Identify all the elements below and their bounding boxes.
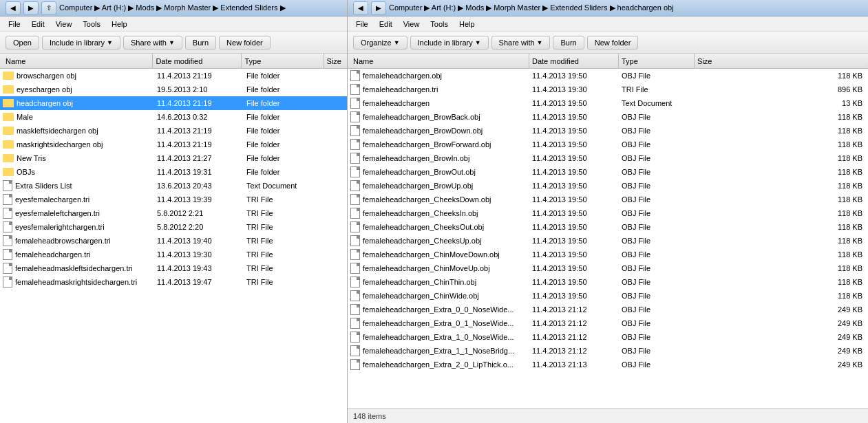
left-file-row[interactable]: femaleheadbrowschargen.tri 11.4.2013 19:…: [0, 234, 347, 248]
right-file-row[interactable]: femaleheadchargen_Extra_1_1_NoseBridg...…: [348, 344, 868, 358]
right-file-row[interactable]: femaleheadchargen_CheeksUp.obj 11.4.2013…: [348, 234, 868, 248]
left-new-folder-button[interactable]: New folder: [219, 36, 271, 50]
right-file-type-cell: OBJ File: [619, 237, 695, 245]
left-col-type-header[interactable]: Type: [242, 54, 324, 68]
right-file-list[interactable]: femaleheadchargen.obj 11.4.2013 19:50 OB…: [348, 69, 868, 408]
left-menu-help[interactable]: Help: [106, 19, 133, 30]
left-file-row[interactable]: femaleheadmaskrightsidechargen.tri 11.4.…: [0, 275, 347, 289]
left-menu-edit[interactable]: Edit: [26, 19, 50, 30]
right-file-size-cell: 13 KB: [695, 99, 865, 107]
left-file-row[interactable]: browschargen obj 11.4.2013 21:19 File fo…: [0, 69, 347, 83]
left-file-row[interactable]: eyeschargen obj 19.5.2013 2:10 File fold…: [0, 83, 347, 96]
right-burn-button[interactable]: Burn: [553, 36, 584, 50]
right-file-row[interactable]: femaleheadchargen_CheeksIn.obj 11.4.2013…: [348, 206, 868, 220]
left-back-button[interactable]: ◀: [6, 1, 21, 15]
right-file-row[interactable]: femaleheadchargen_Extra_1_0_NoseWide... …: [348, 330, 868, 344]
left-file-row[interactable]: eyesfemalechargen.tri 11.4.2013 19:39 TR…: [0, 193, 347, 206]
file-icon: [350, 318, 360, 329]
file-type-cell: TRI File: [244, 237, 326, 245]
left-file-row[interactable]: New Tris 11.4.2013 21:27 File folder: [0, 151, 347, 165]
right-file-row[interactable]: femaleheadchargen_BrowIn.obj 11.4.2013 1…: [348, 151, 868, 165]
left-file-row[interactable]: maskleftsidechargen obj 11.4.2013 21:19 …: [0, 124, 347, 138]
left-file-row[interactable]: Extra Sliders List 13.6.2013 20:43 Text …: [0, 179, 347, 193]
left-include-library-button[interactable]: Include in library ▼: [42, 36, 120, 50]
right-menu-help[interactable]: Help: [454, 19, 480, 30]
right-file-date-cell: 11.4.2013 21:12: [529, 319, 619, 327]
right-menu-edit[interactable]: Edit: [374, 19, 398, 30]
include-library-label: Include in library: [50, 39, 105, 47]
right-file-row[interactable]: femaleheadchargen_Extra_2_0_LipThick.o..…: [348, 358, 868, 371]
left-col-size-header[interactable]: Size: [324, 54, 344, 68]
left-up-button[interactable]: ⇧: [41, 1, 56, 15]
right-menu-file[interactable]: File: [350, 19, 374, 30]
file-icon: [350, 345, 360, 356]
file-date-cell: 11.4.2013 19:43: [154, 264, 244, 272]
left-forward-button[interactable]: ▶: [23, 1, 39, 15]
file-icon: [350, 125, 360, 136]
left-burn-button[interactable]: Burn: [185, 36, 216, 50]
left-menu-tools[interactable]: Tools: [77, 19, 106, 30]
left-file-row[interactable]: maskrightsidechargen obj 11.4.2013 21:19…: [0, 138, 347, 151]
left-file-row[interactable]: OBJs 11.4.2013 19:31 File folder: [0, 165, 347, 179]
left-file-list[interactable]: browschargen obj 11.4.2013 21:19 File fo…: [0, 69, 347, 423]
right-file-row[interactable]: femaleheadchargen_BrowBack.obj 11.4.2013…: [348, 110, 868, 124]
right-file-row[interactable]: femaleheadchargen_ChinMoveUp.obj 11.4.20…: [348, 261, 868, 275]
right-back-button[interactable]: ◀: [353, 1, 368, 15]
folder-icon: [3, 154, 14, 162]
right-file-date-cell: 11.4.2013 19:50: [529, 195, 619, 204]
left-share-button[interactable]: Share with ▼: [123, 36, 182, 50]
file-icon: [350, 221, 360, 232]
left-open-button[interactable]: Open: [6, 36, 39, 50]
right-file-row[interactable]: femaleheadchargen_CheeksOut.obj 11.4.201…: [348, 220, 868, 234]
right-file-size-cell: 118 KB: [695, 154, 865, 162]
left-file-row[interactable]: femaleheadchargen.tri 11.4.2013 19:30 TR…: [0, 248, 347, 261]
right-file-row[interactable]: femaleheadchargen_Extra_0_1_NoseWide... …: [348, 316, 868, 330]
right-col-type-header[interactable]: Type: [619, 54, 695, 68]
right-organize-button[interactable]: Organize ▼: [353, 36, 407, 50]
right-col-name-header[interactable]: Name: [350, 54, 529, 68]
right-file-row[interactable]: femaleheadchargen_BrowForward.obj 11.4.2…: [348, 138, 868, 151]
right-file-row[interactable]: femaleheadchargen_BrowOut.obj 11.4.2013 …: [348, 165, 868, 179]
right-file-row[interactable]: femaleheadchargen_CheeksDown.obj 11.4.20…: [348, 193, 868, 206]
left-col-date-header[interactable]: Date modified: [153, 54, 242, 68]
share-label: Share with: [131, 39, 167, 47]
right-file-type-cell: OBJ File: [619, 113, 695, 121]
left-col-name-header[interactable]: Name: [3, 54, 153, 68]
left-file-row[interactable]: femaleheadmaskleftsidechargen.tri 11.4.2…: [0, 261, 347, 275]
right-file-date-cell: 11.4.2013 19:50: [529, 264, 619, 272]
left-menu-view[interactable]: View: [50, 19, 78, 30]
right-file-row[interactable]: femaleheadchargen.tri 11.4.2013 19:30 TR…: [348, 83, 868, 96]
right-new-folder-label: New folder: [595, 39, 631, 47]
right-file-row[interactable]: femaleheadchargen_BrowDown.obj 11.4.2013…: [348, 124, 868, 138]
file-type-cell: Text Document: [244, 182, 326, 190]
right-file-row[interactable]: femaleheadchargen.obj 11.4.2013 19:50 OB…: [348, 69, 868, 83]
right-forward-button[interactable]: ▶: [371, 1, 386, 15]
file-icon: [350, 166, 360, 177]
right-col-date-header[interactable]: Date modified: [529, 54, 619, 68]
right-menu-tools[interactable]: Tools: [425, 19, 454, 30]
right-share-button[interactable]: Share with ▼: [491, 36, 551, 50]
right-file-row[interactable]: femaleheadchargen_Extra_0_0_NoseWide... …: [348, 303, 868, 316]
right-file-row[interactable]: femaleheadchargen_BrowUp.obj 11.4.2013 1…: [348, 179, 868, 193]
right-file-size-cell: 118 KB: [695, 223, 865, 231]
right-include-library-button[interactable]: Include in library ▼: [410, 36, 489, 50]
file-icon: [3, 194, 12, 205]
left-file-row[interactable]: headchargen obj 11.4.2013 21:19 File fol…: [0, 96, 347, 110]
right-file-row[interactable]: femaleheadchargen 11.4.2013 19:50 Text D…: [348, 96, 868, 110]
right-column-headers: Name Date modified Type Size: [348, 54, 868, 69]
right-file-row[interactable]: femaleheadchargen_ChinMoveDown.obj 11.4.…: [348, 248, 868, 261]
file-name-cell: femaleheadchargen.tri: [3, 249, 154, 260]
right-file-row[interactable]: femaleheadchargen_ChinThin.obj 11.4.2013…: [348, 275, 868, 289]
left-menu-file[interactable]: File: [3, 19, 26, 30]
right-file-size-cell: 118 KB: [695, 72, 865, 80]
right-col-size-header[interactable]: Size: [695, 54, 865, 68]
right-menu-view[interactable]: View: [398, 19, 425, 30]
right-new-folder-button[interactable]: New folder: [587, 36, 639, 50]
file-date-cell: 5.8.2012 2:20: [154, 223, 244, 231]
file-icon: [350, 249, 360, 260]
left-file-row[interactable]: eyesfemalerightchargen.tri 5.8.2012 2:20…: [0, 220, 347, 234]
right-file-row[interactable]: femaleheadchargen_ChinWide.obj 11.4.2013…: [348, 289, 868, 303]
left-file-row[interactable]: eyesfemaleleftchargen.tri 5.8.2012 2:21 …: [0, 206, 347, 220]
left-file-row[interactable]: Male 14.6.2013 0:32 File folder: [0, 110, 347, 124]
file-type-cell: TRI File: [244, 195, 326, 204]
